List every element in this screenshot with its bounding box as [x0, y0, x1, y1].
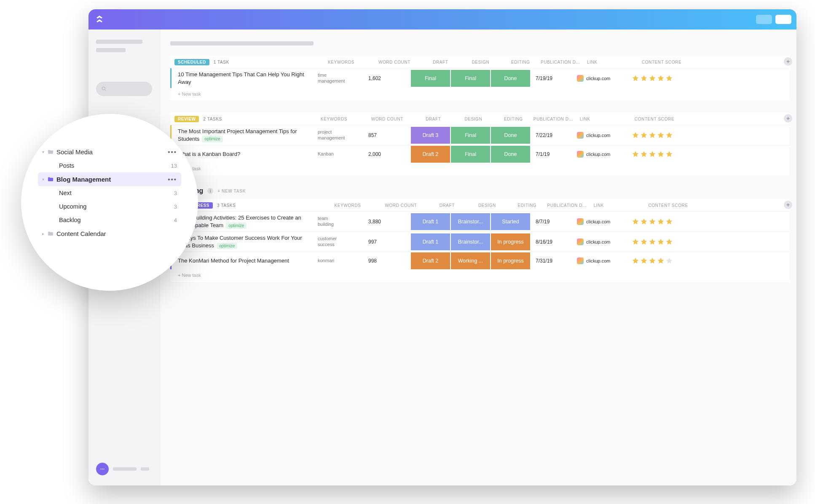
editing-status[interactable]: In progress	[491, 252, 530, 269]
link-cell[interactable]: clickup.com	[577, 151, 632, 158]
wordcount-cell[interactable]: 1,602	[368, 75, 410, 81]
col-header-pubdate[interactable]: PUBLICATION D...	[534, 117, 580, 121]
more-icon[interactable]: •••	[168, 148, 177, 155]
keywords-cell[interactable]: teambuilding	[318, 216, 368, 228]
design-status[interactable]: Final	[451, 127, 490, 144]
editing-status[interactable]: In progress	[491, 233, 530, 250]
wordcount-cell[interactable]: 857	[368, 132, 410, 138]
group-status-pill[interactable]: SCHEDULED	[174, 59, 209, 65]
col-header-draft[interactable]: DRAFT	[413, 117, 453, 121]
sidebar-search[interactable]	[96, 82, 152, 96]
tag-chip[interactable]: optimize	[217, 243, 237, 249]
draft-status[interactable]: Draft 2	[411, 252, 450, 269]
col-header-editing[interactable]: EDITING	[507, 203, 547, 208]
col-header-score[interactable]: CONTENT SCORE	[642, 60, 790, 64]
design-status[interactable]: Final	[451, 146, 490, 163]
editing-status[interactable]: Started	[491, 213, 530, 230]
task-title[interactable]: What is a Kanban Board?	[174, 150, 318, 158]
col-header-pubdate[interactable]: PUBLICATION D...	[547, 203, 593, 208]
sidebar-folder[interactable]: ▾ Blog Management •••	[38, 172, 181, 186]
info-icon[interactable]: i	[207, 188, 213, 194]
editing-status[interactable]: Done	[491, 127, 530, 144]
new-task-button[interactable]: + New task	[170, 269, 790, 282]
link-cell[interactable]: clickup.com	[577, 239, 632, 245]
col-header-draft[interactable]: DRAFT	[421, 60, 461, 64]
col-header-keywords[interactable]: KEYWORDS	[321, 117, 371, 121]
col-header-editing[interactable]: EDITING	[501, 60, 541, 64]
score-cell[interactable]	[632, 131, 790, 139]
col-header-wordcount[interactable]: WORD COUNT	[371, 117, 413, 121]
col-header-keywords[interactable]: KEYWORDS	[328, 60, 378, 64]
keywords-cell[interactable]: customersuccess	[318, 236, 368, 248]
draft-status[interactable]: Final	[411, 70, 450, 87]
score-cell[interactable]	[632, 150, 790, 158]
link-cell[interactable]: clickup.com	[577, 257, 632, 264]
editing-status[interactable]: Done	[491, 146, 530, 163]
tag-chip[interactable]: optimize	[226, 223, 247, 229]
draft-status[interactable]: Draft 1	[411, 233, 450, 250]
new-task-button[interactable]: + New task	[170, 163, 790, 175]
new-task-button[interactable]: + NEW TASK	[217, 189, 246, 193]
sidebar-list[interactable]: Posts 13	[38, 159, 181, 172]
col-header-score[interactable]: CONTENT SCORE	[635, 117, 790, 121]
sidebar-folder[interactable]: ▾ Social Media •••	[38, 145, 181, 159]
titlebar-button[interactable]	[775, 15, 791, 24]
new-task-button[interactable]: + New task	[170, 88, 790, 101]
sidebar-folder[interactable]: ▸ Content Calendar	[38, 227, 181, 241]
col-header-draft[interactable]: DRAFT	[427, 203, 467, 208]
col-header-link[interactable]: LINK	[587, 60, 642, 64]
col-header-design[interactable]: DESIGN	[467, 203, 507, 208]
chevron-icon[interactable]: ▾	[42, 177, 47, 182]
tag-chip[interactable]: optimize	[202, 136, 223, 142]
design-status[interactable]: Brainstor...	[451, 233, 490, 250]
titlebar-button[interactable]	[756, 15, 772, 24]
group-status-pill[interactable]: REVIEW	[174, 116, 199, 122]
task-row[interactable]: What is a Kanban Board? Kanban 2,000 Dra…	[170, 145, 790, 163]
score-cell[interactable]	[632, 238, 790, 246]
add-column-button[interactable]: +	[784, 114, 792, 123]
task-title[interactable]: 3 Ways To Make Customer Success Work For…	[174, 234, 318, 249]
task-row[interactable]: 3 Ways To Make Customer Success Work For…	[170, 231, 790, 252]
wordcount-cell[interactable]: 998	[368, 258, 410, 264]
wordcount-cell[interactable]: 997	[368, 239, 410, 245]
pubdate-cell[interactable]: 7/22/19	[531, 132, 577, 138]
score-cell[interactable]	[632, 257, 790, 265]
pubdate-cell[interactable]: 7/1/19	[531, 151, 577, 157]
score-cell[interactable]	[632, 75, 790, 82]
col-header-wordcount[interactable]: WORD COUNT	[385, 203, 427, 208]
editing-status[interactable]: Done	[491, 70, 530, 87]
sidebar-list[interactable]: Next 3	[38, 186, 181, 200]
task-row[interactable]: The KonMari Method for Project Managemen…	[170, 252, 790, 269]
pubdate-cell[interactable]: 8/7/19	[531, 219, 577, 225]
task-row[interactable]: 10 Time Management Tips That Can Help Yo…	[170, 68, 790, 88]
keywords-cell[interactable]: Kanban	[318, 151, 368, 157]
task-title[interactable]: The Most Important Project Management Ti…	[174, 128, 318, 142]
task-row[interactable]: The Most Important Project Management Ti…	[170, 125, 790, 145]
col-header-keywords[interactable]: KEYWORDS	[334, 203, 385, 208]
wordcount-cell[interactable]: 2,000	[368, 151, 410, 157]
col-header-wordcount[interactable]: WORD COUNT	[378, 60, 421, 64]
pubdate-cell[interactable]: 8/16/19	[531, 239, 577, 245]
chat-icon[interactable]	[96, 463, 109, 475]
design-status[interactable]: Working ...	[451, 252, 490, 269]
task-title[interactable]: 10 Time Management Tips That Can Help Yo…	[174, 71, 318, 86]
col-header-pubdate[interactable]: PUBLICATION D...	[541, 60, 587, 64]
task-row[interactable]: Team Building Activities: 25 Exercises t…	[170, 211, 790, 231]
design-status[interactable]: Brainstor...	[451, 213, 490, 230]
link-cell[interactable]: clickup.com	[577, 218, 632, 225]
more-icon[interactable]: •••	[168, 176, 177, 183]
col-header-design[interactable]: DESIGN	[453, 117, 493, 121]
link-cell[interactable]: clickup.com	[577, 75, 632, 82]
pubdate-cell[interactable]: 7/19/19	[531, 75, 577, 81]
col-header-design[interactable]: DESIGN	[461, 60, 501, 64]
draft-status[interactable]: Draft 1	[411, 213, 450, 230]
sidebar-list[interactable]: Upcoming 3	[38, 200, 181, 213]
keywords-cell[interactable]: timemanagement	[318, 72, 368, 84]
score-cell[interactable]	[632, 218, 790, 225]
add-column-button[interactable]: +	[784, 201, 792, 209]
col-header-link[interactable]: LINK	[580, 117, 635, 121]
chevron-icon[interactable]: ▸	[42, 231, 47, 236]
sidebar-list[interactable]: Backlog 4	[38, 213, 181, 227]
keywords-cell[interactable]: konmari	[318, 258, 368, 264]
draft-status[interactable]: Draft 3	[411, 127, 450, 144]
